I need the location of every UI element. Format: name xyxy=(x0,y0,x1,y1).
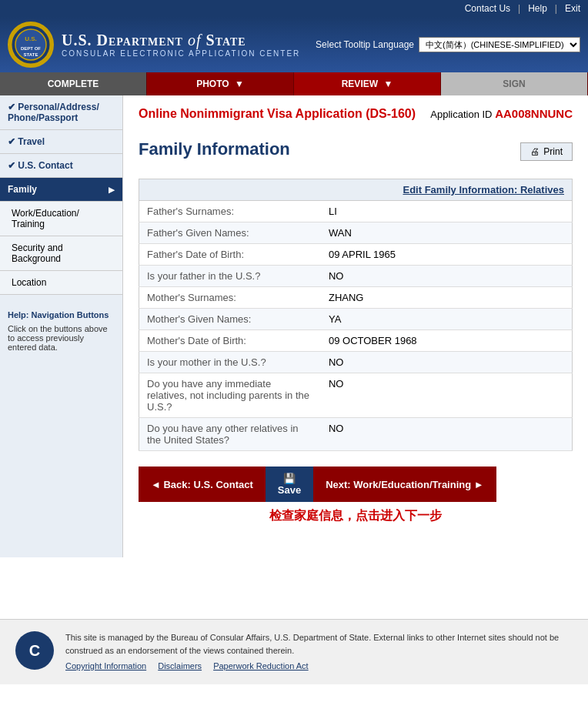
field-label: Do you have any immediate relatives, not… xyxy=(139,373,321,418)
tab-complete[interactable]: COMPLETE xyxy=(0,72,147,95)
app-id-value: AA008NNUNC xyxy=(495,107,573,120)
save-button[interactable]: 💾 Save xyxy=(266,467,313,502)
table-row: Is your father in the U.S.? NO xyxy=(139,266,573,287)
save-icon: 💾 xyxy=(283,473,296,484)
field-label: Is your father in the U.S.? xyxy=(139,266,321,287)
sidebar-item-travel[interactable]: Travel xyxy=(0,130,122,154)
table-row: Father's Surnames: LI xyxy=(139,201,573,222)
help-title: Help: Navigation Buttons xyxy=(8,310,109,319)
next-button[interactable]: Next: Work/Education/Training ► xyxy=(313,467,496,502)
tooltip-lang-label: Select Tooltip Language xyxy=(316,39,414,50)
dept-name: U.S. Department of State xyxy=(62,32,300,49)
footer-links: Copyright Information Disclaimers Paperw… xyxy=(65,660,573,673)
sidebar-item-location[interactable]: Location xyxy=(0,271,122,295)
table-row: Mother's Surnames: ZHANG xyxy=(139,287,573,309)
paperwork-link[interactable]: Paperwork Reduction Act xyxy=(213,661,309,671)
table-row: Is your mother in the U.S.? NO xyxy=(139,352,573,373)
field-value: ZHANG xyxy=(321,287,573,309)
sidebar: Personal/Address/Phone/Passport Travel U… xyxy=(0,95,123,557)
tab-photo[interactable]: PHOTO ▼ xyxy=(147,72,294,95)
edit-family-link[interactable]: Edit Family Information: Relatives xyxy=(403,184,565,196)
field-value: NO xyxy=(321,373,573,418)
app-id-label: Application ID xyxy=(430,109,492,120)
bottom-nav: ◄ Back: U.S. Contact 💾 Save Next: Work/E… xyxy=(139,467,573,502)
field-label: Father's Date of Birth: xyxy=(139,244,321,266)
help-link[interactable]: Help xyxy=(528,3,547,14)
field-value: NO xyxy=(321,266,573,287)
contact-us-link[interactable]: Contact Us xyxy=(465,3,510,14)
field-value: WAN xyxy=(321,222,573,244)
field-value: 09 APRIL 1965 xyxy=(321,244,573,266)
app-id-area: Application ID AA008NNUNC xyxy=(430,107,573,120)
field-value: 09 OCTOBER 1968 xyxy=(321,330,573,352)
svg-text:U.S.: U.S. xyxy=(25,35,37,42)
sidebar-help: Help: Navigation Buttons Click on the bu… xyxy=(0,303,122,360)
sidebar-arrow-icon: ▶ xyxy=(109,186,115,194)
field-label: Father's Given Names: xyxy=(139,222,321,244)
table-row: Mother's Date of Birth: 09 OCTOBER 1968 xyxy=(139,330,573,352)
field-value: LI xyxy=(321,201,573,222)
field-value: YA xyxy=(321,309,573,330)
sidebar-item-personal[interactable]: Personal/Address/Phone/Passport xyxy=(0,95,122,130)
table-row: Mother's Given Names: YA xyxy=(139,309,573,330)
field-label: Do you have any other relatives in the U… xyxy=(139,418,321,451)
sidebar-item-family[interactable]: Family ▶ xyxy=(0,178,122,202)
tooltip-lang-select[interactable]: 中文(简体）(CHINESE-SIMPLIFIED) English xyxy=(419,37,580,52)
sidebar-item-us-contact[interactable]: U.S. Contact xyxy=(0,154,122,178)
field-label: Father's Surnames: xyxy=(139,201,321,222)
seal-logo: U.S. DEPT OF STATE xyxy=(8,22,54,68)
table-row: Do you have any immediate relatives, not… xyxy=(139,373,573,418)
sidebar-item-work[interactable]: Work/Education/Training xyxy=(0,202,122,236)
main-content: Online Nonimmigrant Visa Application (DS… xyxy=(123,95,588,557)
back-button[interactable]: ◄ Back: U.S. Contact xyxy=(139,467,266,502)
edit-link-row: Edit Family Information: Relatives xyxy=(139,179,573,201)
table-row: Father's Date of Birth: 09 APRIL 1965 xyxy=(139,244,573,266)
svg-text:STATE: STATE xyxy=(24,52,38,57)
dept-subtitle: CONSULAR ELECTRONIC APPLICATION CENTER xyxy=(62,49,300,58)
field-label: Is your mother in the U.S.? xyxy=(139,352,321,373)
content-wrapper: Personal/Address/Phone/Passport Travel U… xyxy=(0,95,588,557)
svg-text:DEPT OF: DEPT OF xyxy=(21,46,41,51)
field-label: Mother's Surnames: xyxy=(139,287,321,309)
nav-tabs: COMPLETE PHOTO ▼ REVIEW ▼ SIGN xyxy=(0,72,588,95)
help-text: Click on the buttons above to access pre… xyxy=(8,324,115,352)
tooltip-message: 检查家庭信息，点击进入下一步 xyxy=(139,508,573,524)
section-title: Family Information xyxy=(139,139,290,159)
footer-text: This site is managed by the Bureau of Co… xyxy=(65,631,573,657)
disclaimers-link[interactable]: Disclaimers xyxy=(158,661,202,671)
site-header: U.S. DEPT OF STATE U.S. Department of St… xyxy=(0,17,588,72)
field-value: NO xyxy=(321,418,573,451)
form-table: Edit Family Information: Relatives Fathe… xyxy=(139,179,573,451)
copyright-link[interactable]: Copyright Information xyxy=(65,661,146,671)
sidebar-item-security[interactable]: Security andBackground xyxy=(0,236,122,271)
footer-seal: C xyxy=(15,631,54,670)
field-value: NO xyxy=(321,352,573,373)
print-icon: 🖨 xyxy=(530,146,540,157)
top-bar: Contact Us | Help | Exit xyxy=(0,0,588,17)
footer: C This site is managed by the Bureau of … xyxy=(0,619,588,684)
app-title: Online Nonimmigrant Visa Application (DS… xyxy=(139,107,416,121)
print-button[interactable]: 🖨 Print xyxy=(520,142,573,161)
table-row: Do you have any other relatives in the U… xyxy=(139,418,573,451)
field-label: Mother's Date of Birth: xyxy=(139,330,321,352)
exit-link[interactable]: Exit xyxy=(565,3,580,14)
field-label: Mother's Given Names: xyxy=(139,309,321,330)
tab-review[interactable]: REVIEW ▼ xyxy=(294,72,441,95)
tab-sign[interactable]: SIGN xyxy=(441,72,588,95)
table-row: Father's Given Names: WAN xyxy=(139,222,573,244)
